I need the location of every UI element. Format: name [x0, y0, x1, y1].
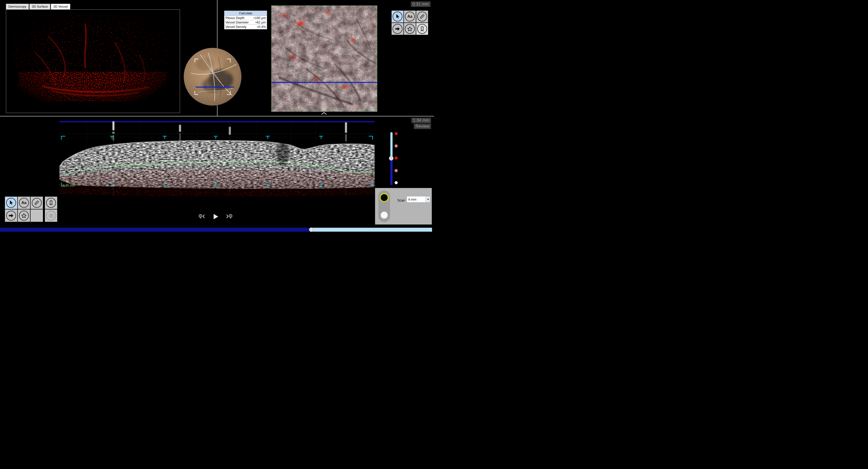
frame-slider-lower: [390, 158, 393, 185]
vessel-3d-image[interactable]: [11, 12, 175, 107]
vessel-3d-panel: [6, 9, 180, 113]
snapshot-icon: [46, 211, 56, 221]
tab-3d-vessel[interactable]: 3D Vessel: [51, 4, 70, 9]
enface-toolbar: Aa: [392, 10, 428, 35]
calculate-button[interactable]: Calculate: [224, 11, 267, 16]
bookmark-dot-4[interactable]: [395, 169, 398, 172]
star-icon: [405, 24, 415, 34]
bookmark-dot-1[interactable]: [395, 132, 398, 135]
ruler-icon: [32, 198, 42, 208]
scan-settings-panel: Scan 6 mm: [375, 188, 432, 225]
playback-controls: [198, 213, 233, 220]
bscan-position-line[interactable]: [272, 82, 377, 83]
play-button[interactable]: [212, 213, 219, 220]
bscan-labels: 1.34 mm Review: [411, 118, 431, 129]
scan-range-dropdown[interactable]: 6 mm: [407, 196, 430, 203]
depth-scale-label: 0.30 mm: [63, 183, 75, 187]
star-tool-button[interactable]: [404, 23, 416, 35]
frame-slider-handle[interactable]: [389, 156, 394, 160]
enface-image[interactable]: [272, 6, 377, 112]
calc-row-label: Plexus Depth: [225, 16, 244, 20]
calc-row-label: Vessel Density: [225, 25, 246, 29]
timeline-scrollbar-handle[interactable]: [309, 228, 313, 232]
empty-tool-slot: [31, 209, 43, 222]
calc-row-value: ≈190 μm: [253, 16, 266, 20]
ruler-tool-button[interactable]: [31, 197, 43, 209]
calc-row-value: ≈62 μm: [255, 20, 266, 24]
prev-marker-button[interactable]: [198, 213, 206, 220]
arrow-icon: [6, 211, 16, 221]
next-marker-icon: [225, 213, 233, 220]
arrow-icon: [393, 24, 402, 34]
prev-marker-icon: [198, 213, 206, 220]
enface-scale-label: 0.31 mm: [411, 1, 431, 7]
dermoscopy-preview[interactable]: [183, 48, 242, 106]
collapse-chevron-button[interactable]: [320, 112, 328, 115]
bscan-bookmark-toolbar: [45, 197, 57, 222]
bscan-panel: [59, 121, 375, 228]
timeline-remaining-segment: [311, 228, 432, 232]
text-tool-button[interactable]: Aa: [18, 197, 30, 209]
bookmark-dot-2[interactable]: [395, 144, 398, 148]
enface-scale: 0.31 mm: [411, 1, 431, 7]
bscan-image[interactable]: [59, 121, 375, 228]
scan-range-value: 6 mm: [407, 198, 426, 201]
bookmark-dot-5[interactable]: [395, 181, 398, 184]
bookmark-dot-3[interactable]: [395, 156, 398, 159]
enface-panel: [271, 5, 377, 112]
bookmark-tool-button[interactable]: [416, 23, 428, 35]
horizontal-divider: [0, 116, 434, 116]
snapshot-tool-button[interactable]: [45, 209, 57, 222]
laser-off-indicator[interactable]: [380, 211, 388, 219]
star-tool-button[interactable]: [18, 209, 30, 222]
play-icon: [212, 213, 219, 220]
bookmark-icon: [417, 24, 427, 34]
calc-row: Plexus Depth ≈190 μm: [224, 16, 267, 20]
timeline-scrollbar[interactable]: [0, 228, 432, 232]
cursor-icon: [6, 198, 16, 208]
text-tool-icon: Aa: [405, 11, 415, 22]
pointer-tool-button[interactable]: [5, 197, 17, 209]
cursor-icon: [393, 11, 402, 22]
pointer-tool-button[interactable]: [392, 10, 403, 23]
calc-row-label: Vessel Diameter: [225, 20, 249, 24]
laser-toggle[interactable]: [378, 190, 390, 222]
tab-dermoscopy[interactable]: Dermoscopy: [6, 4, 29, 9]
bookmark-icon: [46, 198, 56, 208]
review-mode-label: Review: [414, 124, 431, 129]
calc-row-value: ≈0.4%: [257, 25, 266, 29]
calc-row: Vessel Diameter ≈62 μm: [224, 20, 267, 25]
calc-row: Vessel Density ≈0.4%: [224, 25, 267, 29]
calc-table: Calculate Plexus Depth ≈190 μm Vessel Di…: [224, 10, 267, 29]
app-window: Dermoscopy 3D Surface 3D Vessel: [0, 0, 434, 234]
ruler-tool-button[interactable]: [416, 10, 428, 23]
ruler-icon: [417, 11, 427, 22]
text-tool-button[interactable]: Aa: [404, 10, 416, 23]
scan-top-strip: [59, 121, 375, 122]
next-marker-button[interactable]: [225, 213, 233, 220]
arrow-tool-button[interactable]: [392, 23, 403, 35]
arrow-tool-button[interactable]: [5, 209, 17, 222]
bscan-toolbar: Aa: [5, 197, 43, 222]
tab-3d-surface[interactable]: 3D Surface: [29, 4, 50, 9]
frame-slider-upper: [390, 132, 393, 158]
star-icon: [19, 211, 29, 221]
view-tabs: Dermoscopy 3D Surface 3D Vessel: [6, 4, 71, 9]
bscan-scale-label: 1.34 mm: [411, 118, 431, 123]
laser-on-indicator[interactable]: [380, 193, 389, 202]
chevron-down-icon[interactable]: [426, 196, 430, 202]
bookmark-tool-button[interactable]: [45, 197, 57, 209]
text-tool-icon: Aa: [19, 198, 29, 208]
scan-label: Scan: [397, 198, 405, 202]
